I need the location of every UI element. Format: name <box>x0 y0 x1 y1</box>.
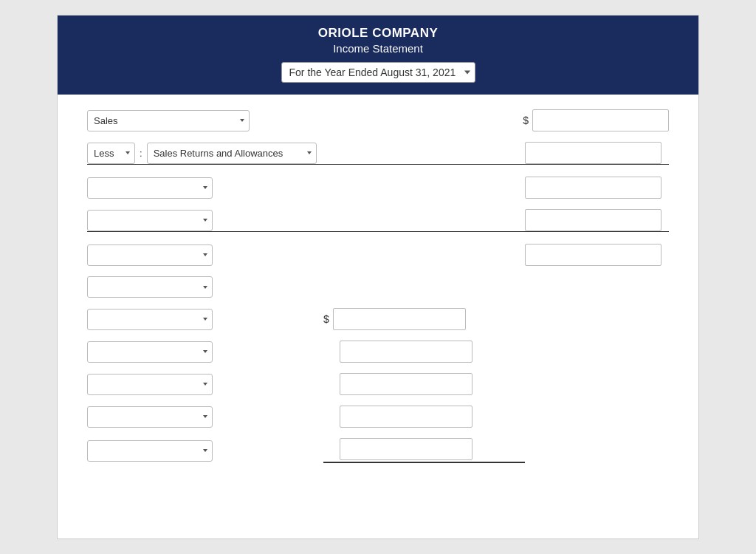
row-4 <box>87 209 669 232</box>
row8-select[interactable] <box>87 341 213 363</box>
row-3 <box>87 177 669 199</box>
row-3-left <box>87 177 323 199</box>
sales-returns-select[interactable]: Sales Returns and Allowances <box>147 143 317 164</box>
row4-select[interactable] <box>87 210 213 231</box>
header: ORIOLE COMPANY Income Statement For the … <box>58 16 698 95</box>
row-9-middle <box>323 373 525 395</box>
row10-input[interactable] <box>340 406 472 428</box>
row-11-middle <box>323 438 525 463</box>
row-10-middle <box>323 406 525 428</box>
row-6-left <box>87 276 323 298</box>
row-less-left: Less Add : Sales Returns and Allowances <box>87 143 323 164</box>
less-select[interactable]: Less Add <box>87 143 135 164</box>
row-8-middle <box>323 341 525 363</box>
row-8 <box>87 341 669 363</box>
row-3-right <box>525 177 669 199</box>
row9-select[interactable] <box>87 374 213 395</box>
sales-select[interactable]: Sales <box>87 110 250 131</box>
row9-input[interactable] <box>340 373 472 395</box>
row-10-left <box>87 406 323 428</box>
page-wrapper: ORIOLE COMPANY Income Statement For the … <box>0 0 756 554</box>
row-9 <box>87 373 669 395</box>
row-7-middle: $ <box>323 308 525 330</box>
row-11-left <box>87 440 323 462</box>
statement-title: Income Statement <box>72 42 684 55</box>
main-container: ORIOLE COMPANY Income Statement For the … <box>57 15 699 539</box>
content-area: Sales $ Less Add : Sal <box>58 95 698 496</box>
row-less: Less Add : Sales Returns and Allowances <box>87 142 669 165</box>
row-5 <box>87 244 669 266</box>
row3-select[interactable] <box>87 177 213 199</box>
row11-input[interactable] <box>340 438 472 460</box>
row11-select[interactable] <box>87 440 213 462</box>
row10-select[interactable] <box>87 406 213 428</box>
row-sales-left: Sales <box>87 110 323 131</box>
row4-input[interactable] <box>525 209 662 231</box>
dollar-sign-2: $ <box>323 313 329 325</box>
row-less-right <box>525 142 669 164</box>
row-7-left <box>87 309 323 330</box>
row-8-left <box>87 341 323 363</box>
row5-input[interactable] <box>525 244 662 266</box>
period-select[interactable]: For the Year Ended August 31, 2021 <box>281 62 475 83</box>
period-wrapper: For the Year Ended August 31, 2021 <box>72 62 684 83</box>
row-4-right <box>525 209 669 231</box>
sales-input[interactable] <box>532 109 669 131</box>
dollar-sign-1: $ <box>523 114 529 126</box>
row5-select[interactable] <box>87 244 213 266</box>
row3-input[interactable] <box>525 177 662 199</box>
returns-input[interactable] <box>525 142 662 164</box>
row-7: $ <box>87 308 669 330</box>
row-11 <box>87 438 669 463</box>
company-name: ORIOLE COMPANY <box>72 26 684 41</box>
row8-input[interactable] <box>340 341 472 363</box>
row-sales: Sales $ <box>87 109 669 131</box>
row-5-right <box>525 244 669 266</box>
row-9-left <box>87 374 323 395</box>
row-10 <box>87 406 669 428</box>
row7-select[interactable] <box>87 309 213 330</box>
colon-label: : <box>140 148 142 159</box>
row-4-left <box>87 210 323 231</box>
row-6 <box>87 276 669 298</box>
row6-select[interactable] <box>87 276 213 298</box>
row7-input[interactable] <box>333 308 466 330</box>
row-sales-right: $ <box>523 109 669 131</box>
row-5-left <box>87 244 323 266</box>
